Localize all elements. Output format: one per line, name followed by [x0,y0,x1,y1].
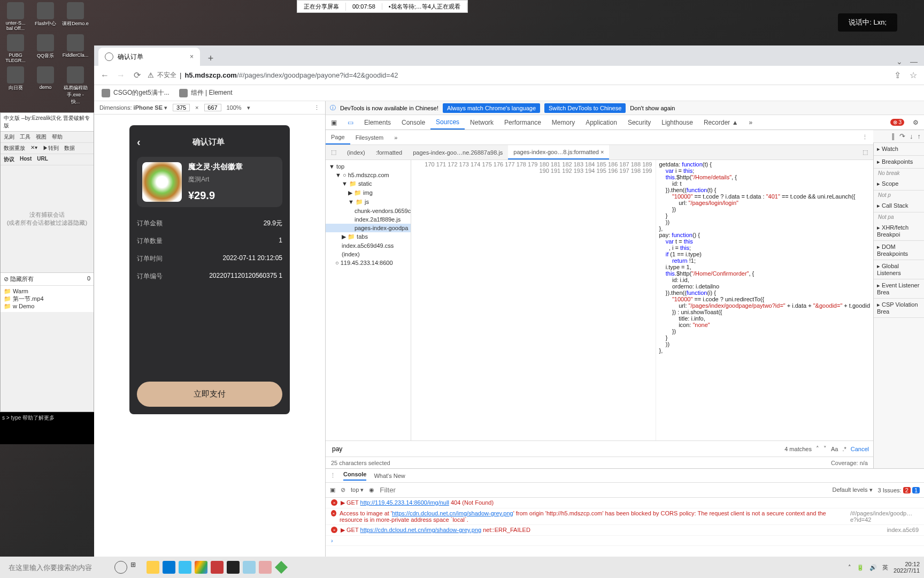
devtools-tab[interactable]: Network [465,115,499,130]
desktop-icon[interactable]: 稿易编程助手.exe - 快... [62,66,89,105]
console-sidebar-icon[interactable]: ▣ [330,486,335,493]
pay-button[interactable]: 立即支付 [137,382,282,407]
tree-node[interactable]: index.2a1f889e.js [326,215,411,224]
debugger-section[interactable]: ▸ Watch [874,143,924,156]
app-icon[interactable] [211,561,224,574]
debugger-section[interactable]: ▸ Global Listeners [874,260,924,279]
browser-tab[interactable]: 确认订单 × [98,48,200,66]
console-filter-input[interactable] [380,486,827,494]
ie-icon[interactable] [179,561,191,574]
app-icon[interactable] [259,561,272,574]
desktop-icon[interactable]: unter-S... bal Off... [2,2,29,31]
tree-node[interactable]: pages-index-goodpa [326,224,411,232]
inspect-icon[interactable]: ▣ [326,115,342,130]
tree-node[interactable]: (index) [326,250,411,258]
switch-lang-button[interactable]: Switch DevTools to Chinese [544,103,626,113]
step-into-icon[interactable]: ↓ [910,132,913,140]
toolbar-item[interactable]: 数据重放 [4,144,25,152]
menu-item[interactable]: 见则 [4,133,14,141]
desktop-icon[interactable]: FiddlerCla... [62,34,89,63]
tree-node[interactable]: ▼ top [326,162,411,171]
step-over-icon[interactable]: ↷ [899,132,905,140]
tree-node[interactable]: ▼ 📁 js [326,197,411,207]
debugger-section[interactable]: ▸ Event Listener Brea [874,279,924,299]
debugger-section[interactable]: ▸ DOM Breakpoints [874,241,924,260]
dont-show-button[interactable]: Don't show again [630,105,675,111]
match-lang-button[interactable]: Always match Chrome's language [443,103,540,113]
file-tab[interactable]: (index) [342,145,371,159]
next-match-icon[interactable]: ˅ [823,445,827,452]
desktop-icon[interactable]: 向日葵 [2,66,29,105]
menu-item[interactable]: 视图 [36,133,47,141]
devtools-tab[interactable]: Lighthouse [656,115,698,130]
dash-icon[interactable]: — [910,57,918,66]
app-icon[interactable] [275,561,288,574]
tray-overflow-icon[interactable]: ˄ [848,564,851,571]
edge-icon[interactable] [163,561,175,574]
share-icon[interactable]: ⇪ [892,70,903,80]
file-item[interactable]: 📁 Warm [4,288,90,295]
tree-node[interactable]: chunk-vendors.0659c [326,207,411,215]
menu-item[interactable]: 帮助 [52,133,63,141]
taskbar-search-input[interactable] [4,559,111,576]
bookmark-item[interactable]: 组件 | Element [179,88,233,97]
explorer-icon[interactable] [147,561,159,574]
settings-icon[interactable]: ⚙ [907,115,924,130]
debugger-section[interactable]: ▸ Call Stack [874,200,924,212]
nav-icon[interactable]: ⬚ [857,145,873,159]
device-icon[interactable]: ▭ [342,115,359,130]
eye-icon[interactable]: ◉ [369,486,374,493]
menu-item[interactable]: 工具 [20,133,30,141]
step-out-icon[interactable]: ↑ [918,132,921,140]
clear-console-icon[interactable]: ⊘ [341,486,345,493]
cancel-button[interactable]: Cancel [851,446,869,452]
tree-node[interactable]: ▶ 📁 tabs [326,232,411,241]
more-icon[interactable]: ⋮ [314,104,320,111]
file-item[interactable]: 📁 w Demo [4,303,90,310]
app-icon[interactable] [243,561,256,574]
cortana-icon[interactable]: ⊞ [130,561,143,574]
width-input[interactable] [173,104,190,111]
device-toolbar[interactable]: Dimensions: iPhone SE ▾ × 100%▾ ⋮ [94,101,325,115]
tree-node[interactable]: index.a5c69d49.css [326,241,411,250]
toolbar-item[interactable]: ✕▾ [30,144,37,152]
address-bar[interactable]: ⚠ 不安全 | h5.mdszcp.com/#/pages/index/good… [148,71,887,80]
prev-match-icon[interactable]: ˄ [816,445,819,452]
debugger-section[interactable]: ▸ Breakpoints [874,156,924,169]
devtools-tab[interactable]: Console [396,115,430,130]
task-view-icon[interactable] [114,561,127,574]
chrome-icon[interactable] [195,561,207,574]
more-icon[interactable]: » [389,130,403,144]
console-tab[interactable]: Console [343,471,366,481]
tree-node[interactable]: ▼ ○ h5.mdszcp.com [326,171,411,179]
console-menu-icon[interactable]: ⋮ [330,472,336,479]
file-item[interactable]: 📁 第一节.mp4 [4,295,90,303]
devtools-tab[interactable]: Performance [499,115,546,130]
close-tab-icon[interactable]: × [190,53,194,60]
debugger-section[interactable]: ▸ XHR/fetch Breakpoi [874,222,924,241]
source-nav-tab[interactable]: Filesystem [350,130,389,144]
whatsnew-tab[interactable]: What's New [374,473,405,479]
tree-node[interactable]: ▶ 📁 img [326,188,411,197]
devtools-tab[interactable]: Application [580,115,622,130]
search-input[interactable] [330,443,780,455]
back-icon[interactable]: ‹ [137,136,141,148]
file-tab[interactable]: pages-index-goo…8.js:formatted × [508,145,609,159]
desktop-icon[interactable]: PUBG TLEGR... [2,34,29,63]
more-icon[interactable]: ⋮ [857,130,873,144]
file-tab[interactable]: pages-index-goo…ne.26887a98.js [407,145,508,159]
levels-select[interactable]: Default levels ▾ [832,486,872,493]
toolbar-item[interactable]: 数据 [64,144,75,152]
console-prompt[interactable]: › [326,536,924,546]
toolbar-item[interactable]: ▶转到 [43,144,59,152]
more-tabs-icon[interactable]: » [744,115,758,130]
desktop-icon[interactable]: demo [32,66,59,105]
devtools-tab[interactable]: Sources [430,115,465,130]
devtools-tab[interactable]: Elements [359,115,396,130]
file-tab[interactable]: :formatted [371,145,408,159]
error-badge[interactable]: ⊗ 3 [890,119,904,126]
debugger-section[interactable]: ▸ Scope [874,178,924,191]
devtools-tab[interactable]: Security [622,115,656,130]
context-select[interactable]: top ▾ [351,486,364,493]
devtools-tab[interactable]: Memory [546,115,580,130]
